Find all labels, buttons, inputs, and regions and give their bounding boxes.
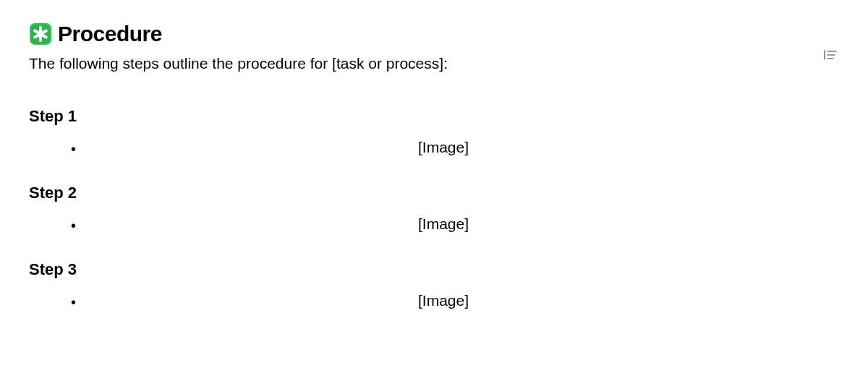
step-block: Step 2 • [Image] [29,184,839,236]
intro-text: The following steps outline the procedur… [29,55,839,72]
step-title: Step 2 [29,184,839,202]
step-title: Step 3 [29,260,839,279]
step-row: • [Image] [29,292,839,312]
page-heading: Procedure [29,22,839,46]
step-row: • [Image] [29,215,839,236]
image-placeholder: [Image] [418,292,469,309]
image-placeholder: [Image] [418,139,469,156]
heading-text: Procedure [58,22,162,46]
step-block: Step 3 • [Image] [29,260,839,312]
bullet-icon: • [29,292,101,312]
step-row: • [Image] [29,139,839,159]
list-icon [824,50,837,60]
step-block: Step 1 • [Image] [29,107,839,159]
asterisk-badge-icon [29,22,52,46]
bullet-icon: • [29,215,101,236]
toc-button[interactable] [822,46,839,64]
step-title: Step 1 [29,107,839,126]
bullet-icon: • [29,139,101,159]
image-placeholder: [Image] [418,215,469,233]
